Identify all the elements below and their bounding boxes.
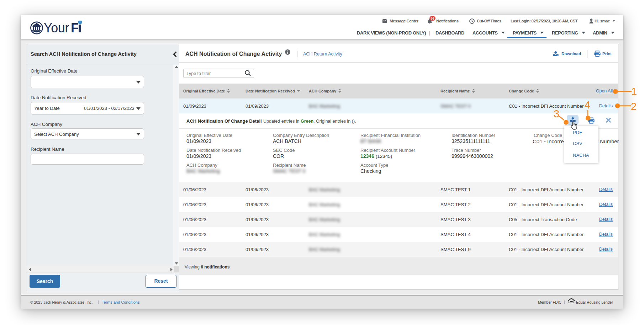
svg-text:2: 2 — [631, 101, 637, 112]
svg-text:F: F — [71, 21, 79, 35]
svg-text:Your: Your — [44, 21, 69, 35]
svg-text:1: 1 — [631, 86, 637, 97]
